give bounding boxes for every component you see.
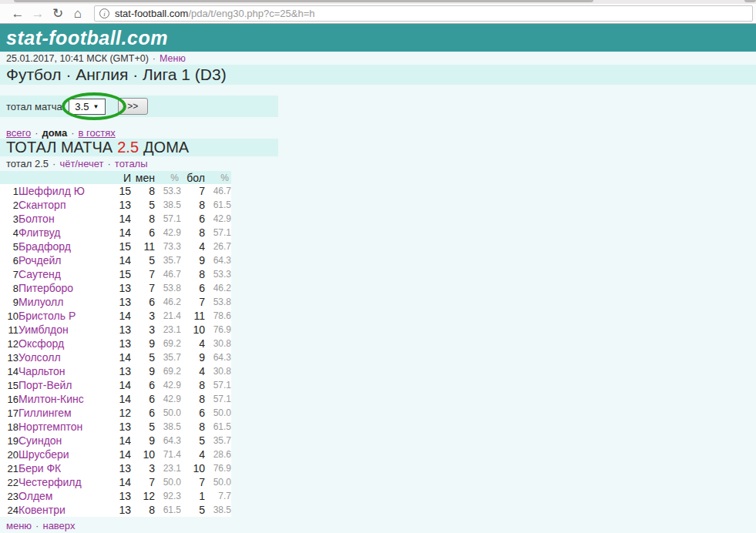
team-link[interactable]: Бристоль Р xyxy=(18,310,76,322)
over-percent: 61.5 xyxy=(205,420,231,434)
team-rank: 5 xyxy=(0,240,18,253)
under-percent: 35.7 xyxy=(155,350,181,364)
games-played: 13 xyxy=(109,461,131,475)
over-count: 6 xyxy=(181,212,205,226)
table-row: 17Гиллингем12650.0650.0 xyxy=(0,406,231,420)
games-played: 13 xyxy=(109,198,131,212)
team-rank: 3 xyxy=(0,212,18,226)
under-percent: 42.9 xyxy=(155,378,181,392)
tab-edge xyxy=(744,0,756,2)
under-count: 7 xyxy=(131,281,155,295)
over-percent: 57.1 xyxy=(205,226,231,240)
team-link[interactable]: Саутенд xyxy=(18,268,61,280)
team-link[interactable]: Ковентри xyxy=(18,504,66,516)
over-percent: 57.1 xyxy=(205,392,231,406)
table-row: 1Шеффилд Ю15853.3746.7 xyxy=(0,184,231,198)
footer-menu-link[interactable]: меню xyxy=(6,520,32,531)
stats-table: И мен % бол % 1Шеффилд Ю15853.3746.72Ска… xyxy=(0,171,231,517)
over-percent: 53.3 xyxy=(205,267,231,281)
over-count: 8 xyxy=(181,226,205,240)
table-row: 9Милуолл13646.2753.8 xyxy=(0,295,231,309)
team-link[interactable]: Рочдейл xyxy=(18,254,61,266)
under-percent: 73.3 xyxy=(155,240,181,253)
total-select[interactable]: 3.5 ▼ xyxy=(69,99,106,115)
over-percent: 7.7 xyxy=(205,489,231,503)
over-count: 1 xyxy=(181,489,205,503)
over-count: 8 xyxy=(181,392,205,406)
under-percent: 23.1 xyxy=(155,323,181,337)
team-link[interactable]: Оксфорд xyxy=(18,337,64,350)
team-link[interactable]: Суиндон xyxy=(18,434,62,447)
over-count: 11 xyxy=(181,309,205,323)
team-link[interactable]: Шеффилд Ю xyxy=(18,185,85,197)
table-row: 7Саутенд15746.7853.3 xyxy=(0,267,231,281)
under-count: 5 xyxy=(131,198,155,212)
scope-link-all[interactable]: всего xyxy=(6,127,31,139)
team-link[interactable]: Гиллингем xyxy=(18,407,72,419)
over-count: 7 xyxy=(181,475,205,489)
forward-icon[interactable]: → xyxy=(28,7,48,20)
team-link[interactable]: Милуолл xyxy=(18,296,63,308)
menu-link[interactable]: Меню xyxy=(160,53,186,64)
over-percent: 50.0 xyxy=(205,475,231,489)
team-rank: 16 xyxy=(0,392,18,406)
stats-table-body: 1Шеффилд Ю15853.3746.72Сканторп13538.586… xyxy=(0,184,231,517)
submit-button[interactable]: >> xyxy=(118,98,148,115)
under-percent: 57.1 xyxy=(155,212,181,226)
over-count: 4 xyxy=(181,448,205,461)
back-icon[interactable]: ← xyxy=(8,7,28,20)
sub-links: тотал 2.5 · чёт/нечет · тоталы xyxy=(0,157,756,169)
team-link[interactable]: Флитвуд xyxy=(18,226,60,239)
team-rank: 12 xyxy=(0,337,18,350)
team-link[interactable]: Уимблдон xyxy=(18,323,69,336)
team-rank: 23 xyxy=(0,489,18,503)
team-rank: 8 xyxy=(0,281,18,295)
under-count: 3 xyxy=(131,323,155,337)
reload-icon[interactable]: ↻ xyxy=(48,7,68,20)
team-link[interactable]: Уолсолл xyxy=(18,351,61,364)
team-link[interactable]: Олдем xyxy=(18,490,52,502)
sublink-totals[interactable]: тоталы xyxy=(115,158,148,169)
over-percent: 64.3 xyxy=(205,350,231,364)
header-spacer xyxy=(18,171,109,184)
under-percent: 46.2 xyxy=(155,295,181,309)
team-link[interactable]: Нортгемптон xyxy=(18,421,82,433)
table-row: 11Уимблдон13323.11076.9 xyxy=(0,323,231,337)
under-count: 5 xyxy=(131,253,155,267)
sublink-even-odd[interactable]: чёт/нечет xyxy=(59,158,103,169)
games-played: 13 xyxy=(109,337,131,350)
under-count: 12 xyxy=(131,489,155,503)
table-row: 16Милтон-Кинс14642.9857.1 xyxy=(0,392,231,406)
address-bar[interactable]: i stat-football.com/pda/t/eng30.php?c=25… xyxy=(94,5,753,22)
over-percent: 46.2 xyxy=(205,281,231,295)
scope-current-home: дома xyxy=(42,127,68,139)
separator: · xyxy=(107,158,110,169)
team-link[interactable]: Питерборо xyxy=(18,282,73,294)
team-link[interactable]: Честерфилд xyxy=(18,476,82,488)
team-link[interactable]: Бери ФК xyxy=(18,462,61,474)
table-row: 18Нортгемптон13538.5861.5 xyxy=(0,420,231,434)
under-count: 7 xyxy=(131,475,155,489)
over-percent: 28.6 xyxy=(205,448,231,461)
table-row: 22Честерфилд14750.0750.0 xyxy=(0,475,231,489)
home-icon[interactable]: ⌂ xyxy=(68,7,88,20)
team-link[interactable]: Болтон xyxy=(18,213,55,225)
team-link[interactable]: Сканторп xyxy=(18,199,66,211)
under-percent: 42.9 xyxy=(155,392,181,406)
under-percent: 23.1 xyxy=(155,461,181,475)
team-rank: 13 xyxy=(0,350,18,364)
scope-link-away[interactable]: в гостях xyxy=(79,127,116,139)
team-link[interactable]: Шрусбери xyxy=(18,448,69,461)
team-link[interactable]: Милтон-Кинс xyxy=(18,393,84,405)
total-filter-bar: тотал матча 3.5 ▼ >> xyxy=(0,96,278,117)
site-logo[interactable]: stat-football.com xyxy=(0,27,168,49)
team-link[interactable]: Брадфорд xyxy=(18,240,71,253)
page-info-icon[interactable]: i xyxy=(99,8,109,18)
footer-top-link[interactable]: наверх xyxy=(42,520,75,531)
tab-strip xyxy=(0,0,756,4)
team-rank: 21 xyxy=(0,461,18,475)
team-link[interactable]: Чарльтон xyxy=(18,365,66,377)
col-header-under: мен xyxy=(131,171,155,184)
col-header-under-pct: % xyxy=(155,171,181,184)
team-link[interactable]: Порт-Вейл xyxy=(18,379,72,391)
